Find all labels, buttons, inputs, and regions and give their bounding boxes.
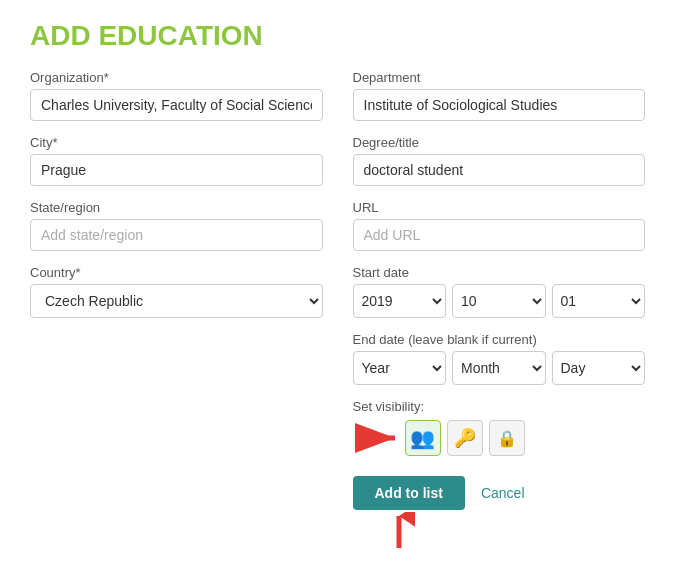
visibility-private-button[interactable]: 🔒 [489,420,525,456]
people-icon: 👥 [410,426,435,450]
url-label: URL [353,200,646,215]
department-input[interactable] [353,89,646,121]
department-label: Department [353,70,646,85]
city-label: City* [30,135,323,150]
organization-input[interactable] [30,89,323,121]
end-day-select[interactable]: Day 010203 [552,351,646,385]
state-input[interactable] [30,219,323,251]
state-label: State/region [30,200,323,215]
end-date-label: End date (leave blank if current) [353,332,646,347]
visibility-public-button[interactable]: 👥 [405,420,441,456]
visibility-limited-button[interactable]: 🔑 [447,420,483,456]
start-date-label: Start date [353,265,646,280]
arrow-right-icon [353,422,403,454]
degree-label: Degree/title [353,135,646,150]
country-select[interactable]: Czech Republic Slovakia Germany Austria … [30,284,323,318]
organization-label: Organization* [30,70,323,85]
degree-input[interactable] [353,154,646,186]
start-year-select[interactable]: 2019 2018 2020 [353,284,447,318]
start-day-select[interactable]: 01 0203 [552,284,646,318]
end-month-select[interactable]: Month 01020304 [452,351,546,385]
key-icon: 🔑 [454,427,476,449]
cancel-button[interactable]: Cancel [481,485,525,501]
country-label: Country* [30,265,323,280]
end-year-select[interactable]: Year 2019202020212022 [353,351,447,385]
add-to-list-button[interactable]: Add to list [353,476,465,510]
city-input[interactable] [30,154,323,186]
arrow-up-icon [383,512,415,550]
start-month-select[interactable]: 10 01020304 05060708 091112 [452,284,546,318]
lock-icon: 🔒 [497,429,517,448]
page-title: ADD EDUCATION [30,20,645,52]
url-input[interactable] [353,219,646,251]
visibility-label: Set visibility: [353,399,646,414]
